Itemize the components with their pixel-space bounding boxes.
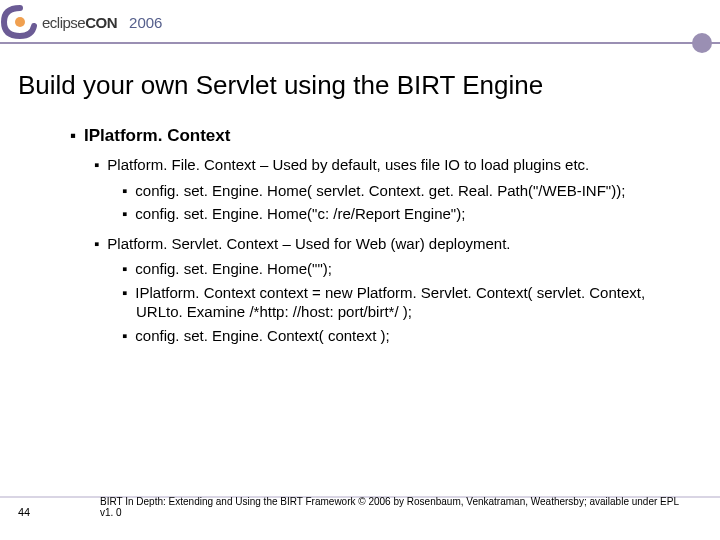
header-divider <box>0 42 720 44</box>
slide-body: IPlatform. Context Platform. File. Conte… <box>70 125 680 345</box>
svg-point-0 <box>15 17 25 27</box>
heading-text: IPlatform. Context <box>84 126 230 145</box>
header-dot-icon <box>692 33 712 53</box>
code-line: config. set. Engine. Home("c: /re/Report… <box>122 204 680 224</box>
slide-header: eclipseCON 2006 <box>0 0 720 48</box>
code-line: config. set. Engine. Context( context ); <box>122 326 680 346</box>
code-line: config. set. Engine. Home(""); <box>122 259 680 279</box>
heading-bullet: IPlatform. Context <box>70 125 680 147</box>
eclipsecon-logo: eclipseCON 2006 <box>0 4 162 40</box>
section-intro: Platform. Servlet. Context – Used for We… <box>94 234 680 254</box>
code-line: IPlatform. Context context = new Platfor… <box>122 283 680 322</box>
section-intro: Platform. File. Context – Used by defaul… <box>94 155 680 175</box>
page-number: 44 <box>18 506 30 518</box>
footer-text: BIRT In Depth: Extending and Using the B… <box>100 496 680 518</box>
logo-swirl-icon <box>0 4 40 40</box>
logo-year: 2006 <box>129 14 162 31</box>
slide-title: Build your own Servlet using the BIRT En… <box>18 70 720 101</box>
logo-text: eclipseCON <box>42 14 117 31</box>
code-line: config. set. Engine. Home( servlet. Cont… <box>122 181 680 201</box>
